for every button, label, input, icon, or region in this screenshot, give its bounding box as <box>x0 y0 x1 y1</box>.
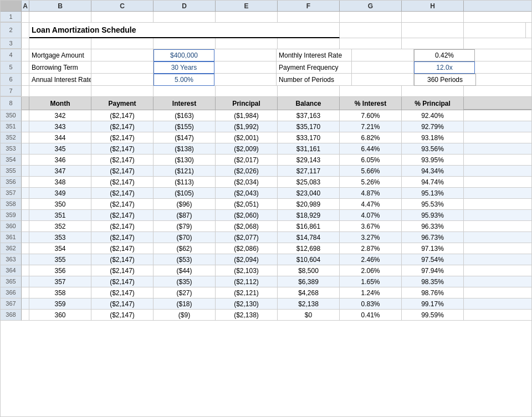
cell-360a <box>22 221 29 232</box>
cell-payment-2: ($2,147) <box>91 132 154 143</box>
cell-1d <box>154 12 216 22</box>
rownum-5: 5 <box>1 61 22 74</box>
cell-interest-7: ($105) <box>154 188 216 199</box>
cell-4c <box>91 49 154 61</box>
cell-6c <box>91 74 154 86</box>
cell-pct-principal-6: 94.74% <box>402 177 464 188</box>
cell-payment-3: ($2,147) <box>91 143 154 155</box>
payment-freq-value[interactable]: 12.0x <box>414 61 475 74</box>
cell-month-10: 352 <box>29 221 91 232</box>
annual-rate-label: Annual Interest Rate <box>29 74 91 86</box>
annual-rate-value[interactable]: 5.00% <box>154 74 214 86</box>
cell-payment-17: ($2,147) <box>91 298 154 310</box>
table-row: 356 348 ($2,147) ($113) ($2,034) $25,083… <box>1 177 531 188</box>
cell-pct-principal-16: 98.76% <box>402 287 464 298</box>
cell-359a <box>22 210 29 221</box>
cell-2a <box>22 23 29 38</box>
cell-7g <box>340 86 402 96</box>
cell-balance-12: $12,698 <box>278 243 340 254</box>
cell-payment-5: ($2,147) <box>91 166 154 177</box>
table-row: 358 350 ($2,147) ($96) ($2,051) $20,989 … <box>1 199 531 210</box>
cell-month-7: 349 <box>29 188 91 199</box>
cell-principal-11: ($2,077) <box>216 232 278 243</box>
cell-principal-0: ($1,984) <box>216 110 278 121</box>
cell-5g <box>352 61 414 74</box>
cell-pct-interest-7: 4.87% <box>340 188 402 199</box>
borrowing-term-label: Borrowing Term <box>29 61 91 74</box>
cell-364a <box>22 265 29 276</box>
col-header-b: B <box>29 1 91 11</box>
cell-payment-0: ($2,147) <box>91 110 154 121</box>
cell-358a <box>22 199 29 210</box>
cell-month-11: 353 <box>29 232 91 243</box>
monthly-rate-value[interactable]: 0.42% <box>414 49 475 61</box>
cell-pct-interest-3: 6.44% <box>340 143 402 155</box>
cell-5c <box>91 61 154 74</box>
cell-principal-8: ($2,051) <box>216 199 278 210</box>
cell-pct-principal-4: 93.95% <box>402 155 464 166</box>
cell-interest-5: ($121) <box>154 166 216 177</box>
cell-pct-interest-12: 2.87% <box>340 243 402 254</box>
borrowing-term-value[interactable]: 30 Years <box>154 61 214 74</box>
cell-month-6: 348 <box>29 177 91 188</box>
cell-pct-interest-16: 1.24% <box>340 287 402 298</box>
col-header-row: A B C D E F G H <box>1 1 531 12</box>
mortgage-amount-value[interactable]: $400,000 <box>154 49 214 61</box>
table-row: 355 347 ($2,147) ($121) ($2,026) $27,117… <box>1 166 531 177</box>
cell-balance-3: $31,161 <box>278 143 340 155</box>
rownum-2: 2 <box>1 23 22 38</box>
cell-3h <box>402 38 464 49</box>
cell-367a <box>22 298 29 310</box>
cell-payment-16: ($2,147) <box>91 287 154 298</box>
num-periods-label: Number of Periods <box>277 74 352 86</box>
cell-payment-12: ($2,147) <box>91 243 154 254</box>
cell-principal-6: ($2,034) <box>216 177 278 188</box>
rownum-1: 1 <box>1 12 22 22</box>
cell-principal-2: ($2,001) <box>216 132 278 143</box>
cell-principal-13: ($2,094) <box>216 254 278 265</box>
table-row: 361 353 ($2,147) ($70) ($2,077) $14,784 … <box>1 232 531 243</box>
cell-1h <box>402 12 464 22</box>
cell-pct-interest-1: 7.21% <box>340 121 402 132</box>
row-3: 3 <box>1 38 531 49</box>
cell-principal-1: ($1,992) <box>216 121 278 132</box>
cell-4e <box>214 49 277 61</box>
col-header-h: H <box>402 1 464 11</box>
cell-pct-principal-5: 94.34% <box>402 166 464 177</box>
cell-7a <box>22 86 29 96</box>
rownum-366: 366 <box>1 287 22 298</box>
cell-payment-13: ($2,147) <box>91 254 154 265</box>
cell-365a <box>22 276 29 287</box>
cell-month-17: 359 <box>29 298 91 310</box>
table-row: 352 344 ($2,147) ($147) ($2,001) $33,170… <box>1 132 531 143</box>
cell-principal-14: ($2,103) <box>216 265 278 276</box>
cell-1g <box>340 12 402 22</box>
rownum-364: 364 <box>1 265 22 276</box>
cell-pct-interest-11: 3.27% <box>340 232 402 243</box>
col-principal-header: Principal <box>216 97 278 110</box>
rownum-6: 6 <box>1 74 22 86</box>
rownum-356: 356 <box>1 177 22 188</box>
cell-pct-principal-9: 95.93% <box>402 210 464 221</box>
cell-interest-12: ($62) <box>154 243 216 254</box>
cell-351a <box>22 121 29 132</box>
cell-pct-principal-0: 92.40% <box>402 110 464 121</box>
cell-355a <box>22 166 29 177</box>
rownum-7: 7 <box>1 86 22 96</box>
rownum-363: 363 <box>1 254 22 265</box>
cell-interest-1: ($155) <box>154 121 216 132</box>
cell-pct-principal-7: 95.13% <box>402 188 464 199</box>
monthly-rate-label: Monthly Interest Rate <box>277 49 352 61</box>
cell-pct-principal-14: 97.94% <box>402 265 464 276</box>
rownum-4: 4 <box>1 49 22 61</box>
cell-balance-4: $29,143 <box>278 155 340 166</box>
col-header-f: F <box>278 1 340 11</box>
rownum-368: 368 <box>1 310 22 321</box>
cell-month-2: 344 <box>29 132 91 143</box>
col-balance-header: Balance <box>278 97 340 110</box>
cell-payment-15: ($2,147) <box>91 276 154 287</box>
cell-balance-11: $14,784 <box>278 232 340 243</box>
cell-payment-10: ($2,147) <box>91 221 154 232</box>
cell-month-9: 351 <box>29 210 91 221</box>
cell-balance-6: $25,083 <box>278 177 340 188</box>
